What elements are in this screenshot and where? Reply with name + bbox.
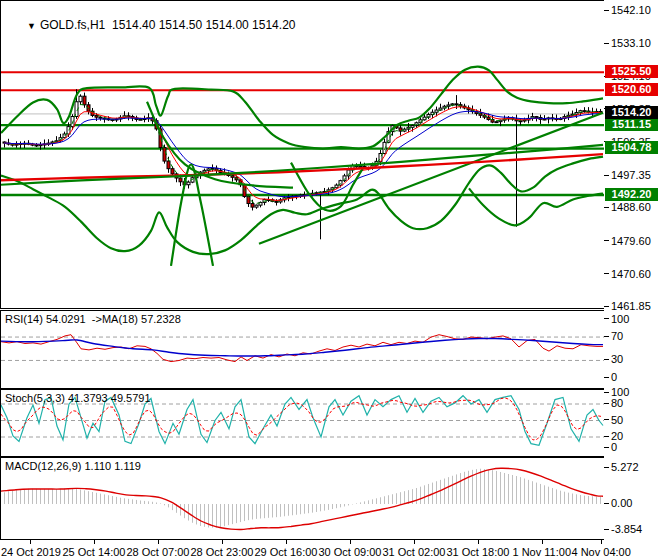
panel-splitter[interactable] <box>0 455 660 458</box>
indicator-tick-label: 70 <box>611 330 623 342</box>
price-tick-label: 1488.60 <box>611 201 651 213</box>
price-tick-mark <box>604 43 609 44</box>
time-tick-mark <box>601 540 602 544</box>
time-tick-label: 24 Oct 2019 <box>1 546 61 558</box>
price-tick-mark <box>604 240 609 241</box>
price-tick-label: 1533.10 <box>611 37 651 49</box>
time-tick-mark <box>350 540 351 544</box>
price-tick-mark <box>604 273 609 274</box>
price-tick-mark <box>604 306 609 307</box>
stochastic-panel[interactable]: Stoch(5,3,3) 41.3793 49.5791 <box>0 389 605 457</box>
indicator-tick-label: 0 <box>611 441 617 453</box>
time-tick-mark <box>286 540 287 544</box>
symbol-dropdown-icon[interactable]: ▼ <box>27 21 36 31</box>
indicator-tick-label: 0.00 <box>611 497 632 509</box>
time-tick-label: 31 Oct 02:00 <box>383 546 446 558</box>
time-tick-label: 28 Oct 07:00 <box>127 546 190 558</box>
rsi-label: RSI(14) 54.0291 ->MA(18) 57.2328 <box>5 313 181 325</box>
time-tick-label: 29 Oct 16:00 <box>255 546 318 558</box>
indicator-tick-mark <box>604 359 609 360</box>
panel-splitter[interactable] <box>0 308 660 311</box>
time-tick-label: 28 Oct 23:00 <box>191 546 254 558</box>
level-price-label: 1504.78 <box>605 141 658 154</box>
level-price-label: 1511.15 <box>605 118 658 131</box>
time-tick-mark <box>414 540 415 544</box>
level-price-label: 1520.60 <box>605 83 658 96</box>
indicator-tick-mark <box>604 529 609 530</box>
price-tick-label: 1497.35 <box>611 169 651 181</box>
time-tick-mark <box>478 540 479 544</box>
price-axis[interactable]: 1542.101533.101524.101515.351506.351497.… <box>604 0 660 540</box>
time-tick-label: 30 Oct 09:00 <box>319 546 382 558</box>
chart-window: ▼GOLD.fs,H1 1514.40 1514.50 1514.00 1514… <box>0 0 660 560</box>
indicator-tick-label: 5.272 <box>611 461 639 473</box>
time-tick-label: 4 Nov 04:00 <box>572 546 631 558</box>
main-chart-panel[interactable]: ▼GOLD.fs,H1 1514.40 1514.50 1514.00 1514… <box>0 0 605 309</box>
indicator-tick-mark <box>604 503 609 504</box>
price-tick-label: 1542.10 <box>611 4 651 16</box>
indicator-tick-mark <box>604 436 609 437</box>
chart-header: ▼GOLD.fs,H1 1514.40 1514.50 1514.00 1514… <box>7 4 295 46</box>
time-tick-mark <box>94 540 95 544</box>
indicator-tick-label: -3.854 <box>611 523 642 535</box>
time-tick-mark <box>542 540 543 544</box>
indicator-tick-mark <box>604 377 609 378</box>
indicator-tick-label: 100 <box>611 313 629 325</box>
indicator-tick-label: 0 <box>611 371 617 383</box>
stochastic-label: Stoch(5,3,3) 41.3793 49.5791 <box>5 392 151 404</box>
time-tick-mark <box>222 540 223 544</box>
indicator-tick-mark <box>604 392 609 393</box>
macd-panel[interactable]: MACD(12,26,9) 1.110 1.119 <box>0 457 605 540</box>
time-tick-mark <box>30 540 31 544</box>
symbol-label: GOLD.fs,H1 <box>40 18 105 32</box>
indicator-tick-mark <box>604 467 609 468</box>
indicator-tick-mark <box>604 403 609 404</box>
indicator-tick-label: 30 <box>611 353 623 365</box>
time-tick-label: 1 Nov 11:00 <box>513 546 572 558</box>
time-tick-label: 25 Oct 14:00 <box>63 546 126 558</box>
indicator-tick-mark <box>604 419 609 420</box>
main-chart-canvas[interactable] <box>1 1 604 308</box>
time-tick-mark <box>158 540 159 544</box>
price-tick-mark <box>604 175 609 176</box>
rsi-panel[interactable]: RSI(14) 54.0291 ->MA(18) 57.2328 <box>0 310 605 389</box>
macd-label: MACD(12,26,9) 1.110 1.119 <box>5 460 141 472</box>
time-axis[interactable]: 24 Oct 201925 Oct 14:0028 Oct 07:0028 Oc… <box>0 540 660 560</box>
indicator-tick-mark <box>604 318 609 319</box>
price-tick-label: 1470.60 <box>611 268 651 280</box>
indicator-tick-mark <box>604 336 609 337</box>
price-tick-label: 1479.60 <box>611 235 651 247</box>
level-price-label: 1492.20 <box>605 188 658 201</box>
price-tick-mark <box>604 207 609 208</box>
indicator-tick-label: 80 <box>611 397 623 409</box>
panel-splitter[interactable] <box>0 387 660 390</box>
price-tick-mark <box>604 10 609 11</box>
current-price-label: 1514.20 <box>605 106 658 119</box>
level-price-label: 1525.50 <box>605 65 658 78</box>
indicator-tick-label: 50 <box>611 414 623 426</box>
time-tick-label: 31 Oct 18:00 <box>447 546 510 558</box>
indicator-tick-mark <box>604 447 609 448</box>
ohlc-values: 1514.40 1514.50 1514.00 1514.20 <box>112 18 296 32</box>
